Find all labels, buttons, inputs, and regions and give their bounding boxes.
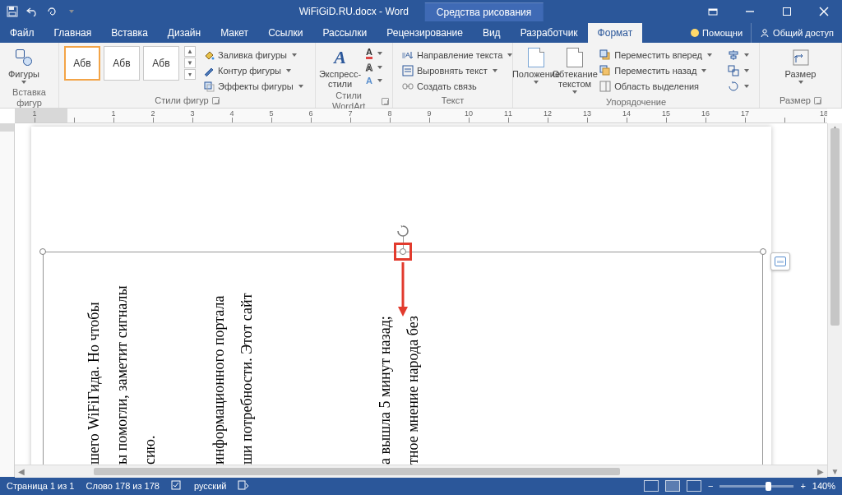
page-canvas[interactable]: шего WiFiГида. Но чтобы ы помогли, замет… xyxy=(15,123,827,477)
page-count[interactable]: Страница 1 из 1 xyxy=(7,481,74,491)
tab-home[interactable]: Главная xyxy=(44,23,102,43)
send-backward-label: Переместить назад xyxy=(614,66,696,76)
quick-styles-label: Экспресс- стили xyxy=(319,69,361,89)
scroll-thumb[interactable] xyxy=(94,468,620,475)
text-direction-label: Направление текста xyxy=(417,50,502,60)
selection-pane-icon xyxy=(599,80,611,92)
document-title: WiFiGiD.RU.docx - Word xyxy=(299,6,409,17)
selection-pane-label: Область выделения xyxy=(614,81,699,91)
vertical-ruler[interactable] xyxy=(0,123,15,477)
text-effects-button[interactable]: A xyxy=(363,75,387,86)
minimize-icon[interactable] xyxy=(731,0,768,23)
shape-effects-button[interactable]: Эффекты фигуры xyxy=(199,79,308,93)
send-backward-button[interactable]: Переместить назад xyxy=(595,63,717,77)
dialog-launcher-icon[interactable] xyxy=(814,97,821,104)
undo-icon[interactable] xyxy=(25,4,39,19)
zoom-out-icon[interactable]: − xyxy=(708,481,713,491)
zoom-in-icon[interactable]: + xyxy=(800,481,805,491)
svg-text:||A: ||A xyxy=(402,51,410,58)
text-fill-button[interactable]: A xyxy=(363,46,387,60)
tab-insert[interactable]: Вставка xyxy=(101,23,158,43)
style-swatch-1[interactable]: Абв xyxy=(64,46,100,81)
group-objects-button[interactable] xyxy=(724,63,754,77)
dialog-launcher-icon[interactable] xyxy=(212,97,220,104)
read-mode-icon[interactable] xyxy=(644,480,659,492)
text-direction-button[interactable]: ||AНаправление текста xyxy=(398,48,517,62)
tab-review[interactable]: Рецензирование xyxy=(377,23,473,43)
tab-format[interactable]: Формат xyxy=(588,23,643,43)
vertical-scrollbar[interactable]: ▲ ▼ xyxy=(827,123,842,477)
scroll-down-icon[interactable]: ▼ xyxy=(828,465,842,477)
align-text-button[interactable]: Выровнять текст xyxy=(398,63,517,77)
shape-text: шего WiFiГида. Но чтобы xyxy=(83,267,104,465)
print-layout-icon[interactable] xyxy=(665,480,680,492)
track-changes-icon[interactable] xyxy=(238,480,249,492)
scroll-left-icon[interactable]: ◀ xyxy=(15,467,28,476)
shape-text: тное мнение народа без xyxy=(402,267,423,465)
ribbon-display-icon[interactable] xyxy=(694,0,731,23)
zoom-slider[interactable] xyxy=(719,485,793,488)
dialog-launcher-icon[interactable] xyxy=(382,98,389,105)
align-objects-icon xyxy=(727,49,739,61)
resize-handle[interactable] xyxy=(39,248,46,255)
shapes-button[interactable]: Фигуры xyxy=(5,46,43,87)
shape-text: ы помогли, заметит сигналы xyxy=(111,267,132,465)
style-swatch-2[interactable]: Абв xyxy=(104,46,140,81)
redo-icon[interactable] xyxy=(44,4,59,19)
style-swatch-3[interactable]: Абв xyxy=(143,46,179,81)
tab-design[interactable]: Дизайн xyxy=(158,23,210,43)
document-area: 1123456789101112131415161718 ▲ ▼ xyxy=(0,109,842,477)
spellcheck-icon[interactable] xyxy=(171,479,183,492)
svg-rect-27 xyxy=(729,52,738,54)
group-text: Текст xyxy=(442,95,465,106)
align-button[interactable] xyxy=(724,48,754,62)
tell-me[interactable]: Помощни xyxy=(682,23,751,43)
shape-fill-button[interactable]: Заливка фигуры xyxy=(199,48,308,62)
word-count[interactable]: Слово 178 из 178 xyxy=(86,481,160,491)
layout-options-button[interactable] xyxy=(770,252,790,270)
create-link-button[interactable]: Создать связь xyxy=(398,79,517,93)
wrap-text-button[interactable]: Обтекание текстом xyxy=(557,46,592,97)
selection-pane-button[interactable]: Область выделения xyxy=(595,79,717,93)
qat-dropdown-icon[interactable] xyxy=(64,4,79,19)
position-button[interactable]: Положение xyxy=(518,46,554,87)
scroll-right-icon[interactable]: ▶ xyxy=(814,467,827,476)
bulb-icon xyxy=(691,29,699,37)
tab-mailings[interactable]: Рассылки xyxy=(312,23,377,43)
horizontal-ruler[interactable]: 1123456789101112131415161718 xyxy=(15,109,827,123)
size-button[interactable]: Размер xyxy=(782,46,820,87)
scroll-thumb[interactable] xyxy=(830,128,840,326)
svg-rect-4 xyxy=(709,9,717,11)
bring-forward-button[interactable]: Переместить вперед xyxy=(595,48,717,62)
text-outline-button[interactable]: A xyxy=(363,62,387,73)
zoom-value[interactable]: 140% xyxy=(812,481,835,491)
shape-style-gallery[interactable]: Абв Абв Абв ▲▼▾ xyxy=(64,46,196,81)
language[interactable]: русский xyxy=(194,481,226,491)
gallery-scroll[interactable]: ▲▼▾ xyxy=(184,46,196,81)
person-icon xyxy=(760,28,770,38)
share-button[interactable]: Общий доступ xyxy=(751,23,842,43)
svg-rect-30 xyxy=(733,70,738,76)
save-icon[interactable] xyxy=(5,4,20,19)
resize-handle[interactable] xyxy=(760,248,766,255)
ribbon-tabs: Файл Главная Вставка Дизайн Макет Ссылки… xyxy=(0,23,842,43)
svg-rect-2 xyxy=(9,12,16,16)
horizontal-scrollbar[interactable]: ◀ ▶ xyxy=(15,465,827,478)
maximize-icon[interactable] xyxy=(768,0,805,23)
tab-view[interactable]: Вид xyxy=(473,23,511,43)
close-icon[interactable] xyxy=(805,0,842,23)
rotate-button[interactable] xyxy=(724,79,754,93)
web-layout-icon[interactable] xyxy=(687,480,701,492)
text-box-shape[interactable]: шего WiFiГида. Но чтобы ы помогли, замет… xyxy=(43,252,763,465)
shape-outline-button[interactable]: Контур фигуры xyxy=(199,63,308,77)
svg-point-9 xyxy=(763,30,766,33)
tab-references[interactable]: Ссылки xyxy=(258,23,312,43)
rotate-handle[interactable] xyxy=(396,224,409,238)
tab-developer[interactable]: Разработчик xyxy=(511,23,588,43)
quick-styles-button[interactable]: A Экспресс- стили xyxy=(321,46,359,90)
share-label: Общий доступ xyxy=(773,28,834,38)
tab-file[interactable]: Файл xyxy=(0,23,44,43)
shapes-label: Фигуры xyxy=(8,69,39,79)
tab-layout[interactable]: Макет xyxy=(210,23,258,43)
shape-outline-label: Контур фигуры xyxy=(218,66,281,76)
